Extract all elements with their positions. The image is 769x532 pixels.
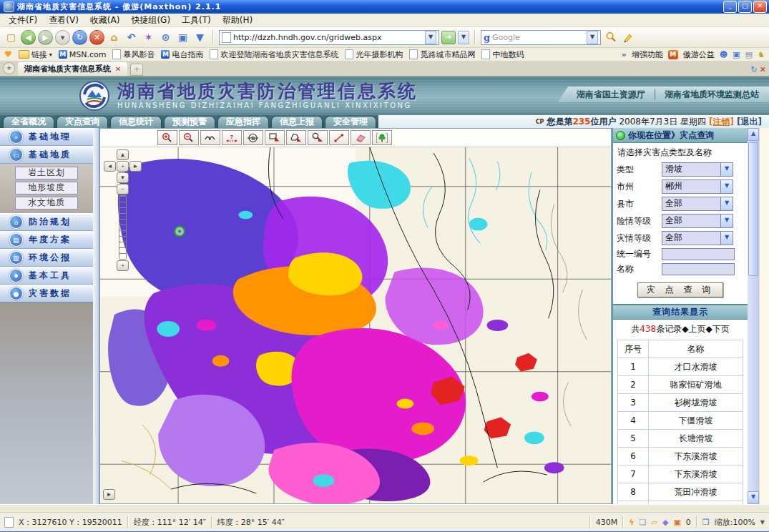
zoom-level[interactable]: 缩放:100% (715, 517, 755, 528)
identify-icon[interactable] (308, 130, 328, 145)
zoom-in-icon[interactable] (157, 130, 177, 145)
maxthon-charity-link[interactable]: 傲游公益 (683, 49, 715, 60)
menu-item[interactable]: 快捷组(G) (125, 14, 176, 26)
refresh-all-icon[interactable]: ↻ (751, 65, 758, 74)
forward-icon[interactable]: ▶ (38, 30, 53, 45)
clear-icon[interactable] (372, 130, 392, 145)
sidebar-subitem-岩土区划[interactable]: 岩土区划 (15, 167, 78, 179)
row-name[interactable]: 下东溪滑坡 (649, 448, 743, 466)
sidebar-item-基础地质[interactable]: ▭基础地质 (0, 146, 93, 164)
nav-tab-应急指挥[interactable]: 应急指挥 (217, 116, 269, 129)
user-icon[interactable]: ☻ (720, 50, 728, 59)
go-dropdown-icon[interactable]: ▼ (458, 31, 469, 44)
enhance-features-link[interactable]: 增强功能 (632, 49, 663, 60)
exit-link[interactable]: [退出] (737, 116, 762, 128)
history-icon[interactable]: ⊙ (158, 30, 173, 45)
row-name[interactable]: 长塘滑坡 (649, 430, 743, 448)
polygon-select-icon[interactable] (286, 130, 306, 145)
table-row[interactable]: 2骆家恒矿滑地 (618, 376, 743, 394)
link-item[interactable]: M电台指南 (161, 49, 203, 60)
row-name[interactable]: 衫树垅滑坡 (649, 394, 743, 412)
link-item[interactable]: 暴风影音 (112, 49, 155, 60)
sidebar-splitter[interactable] (93, 128, 99, 504)
sidebar-subitem-水文地质[interactable]: 水文地质 (15, 197, 78, 210)
zoom-in-slider-button[interactable]: + (117, 260, 129, 271)
star-icon[interactable]: ★ (3, 62, 15, 74)
table-row[interactable]: 8荒田冲滑坡 (618, 483, 743, 501)
sidebar-item-基础地理[interactable]: »基础地理 (0, 128, 93, 146)
link-land-resources[interactable]: 湖南省国土资源厅 (577, 89, 645, 101)
sidebar-item-基本工具[interactable]: ♦基本工具 (0, 267, 93, 285)
history-drop-icon[interactable]: ▾ (55, 30, 70, 45)
tab-close-icon[interactable]: ✕ (115, 65, 121, 73)
eagle-eye-icon[interactable] (200, 130, 220, 145)
sidebar-item-灾害数据[interactable]: ●灾害数据 (0, 285, 93, 302)
link-item[interactable]: 欢迎登陆湖南省地质灾害信息系统 (210, 49, 338, 60)
pan-center-button[interactable]: + (117, 161, 129, 172)
undo-icon[interactable]: ↶ (124, 30, 139, 45)
nav-tab-信息上报[interactable]: 信息上报 (271, 116, 323, 129)
pan-right-button[interactable]: ► (129, 161, 142, 172)
address-dropdown-icon[interactable]: ▼ (425, 31, 436, 44)
folder-status-icon[interactable]: ▱ (651, 518, 657, 527)
link-geo-monitor-station[interactable]: 湖南省地质环境监测总站 (665, 89, 759, 101)
sidebar-item-年度方案[interactable]: ▤年度方案 (0, 231, 93, 249)
search-bar[interactable]: g Google ▼ (481, 30, 601, 45)
prev-page-link[interactable]: ◆上页 (682, 324, 705, 334)
table-row[interactable]: 3衫树垅滑坡 (618, 394, 743, 412)
search-input[interactable]: Google (492, 33, 584, 42)
search-icon[interactable] (603, 30, 618, 45)
link-item[interactable]: 中地数码 (481, 49, 524, 60)
row-name[interactable]: 黄花岭滑坡 (649, 501, 743, 505)
links-overflow-icon[interactable]: » (622, 50, 627, 59)
menu-item[interactable]: 查看(V) (43, 14, 84, 26)
scrollbar-track[interactable] (748, 141, 759, 491)
row-name[interactable]: 下东溪滑坡 (649, 466, 743, 483)
full-extent-icon[interactable]: S (243, 130, 263, 145)
map-canvas[interactable]: ▲ ◄ + ► ▼ − + ► (100, 147, 611, 503)
refresh-icon[interactable]: ↻ (72, 30, 87, 45)
table-row[interactable]: 9黄花岭滑坡 (618, 501, 743, 505)
rect-select-icon[interactable] (265, 130, 285, 145)
link-item[interactable]: MMSN.com (59, 50, 107, 59)
close-all-icon[interactable]: ✕ (760, 65, 766, 74)
search-engine-dropdown-icon[interactable]: ▼ (587, 31, 598, 44)
table-row[interactable]: 1才口水滑坡 (618, 358, 743, 376)
row-name[interactable]: 骆家恒矿滑地 (649, 376, 743, 394)
notes-icon[interactable]: ▤ (745, 50, 753, 59)
select-类型[interactable]: 滑坡▼ (662, 162, 733, 177)
capture-icon[interactable]: ▣ (673, 518, 680, 527)
next-page-link[interactable]: ◆下页 (705, 324, 729, 334)
scrollbar-thumb[interactable] (748, 142, 758, 276)
eraser-icon[interactable] (351, 130, 371, 145)
nav-tab-安全管理[interactable]: 安全管理 (325, 116, 376, 129)
chevron-down-icon[interactable]: ▼ (720, 163, 733, 176)
sidebar-item-防治规划[interactable]: ⌂防治规划 (0, 213, 93, 231)
maxthon-shield-icon[interactable]: M (668, 50, 678, 59)
select-县市[interactable]: 全部▼ (662, 197, 733, 211)
input-统一编号[interactable] (662, 248, 735, 260)
link-item[interactable]: 觅路城市精品网 (409, 49, 475, 60)
new-page-icon[interactable]: ▢ (4, 30, 19, 45)
links-folder[interactable]: 链接▾ (19, 49, 52, 60)
menu-item[interactable]: 文件(F) (3, 14, 43, 26)
nav-tab-全省概况[interactable]: 全省概况 (3, 116, 54, 129)
menu-item[interactable]: 收藏(A) (84, 14, 126, 26)
nav-tab-信息统计[interactable]: 信息统计 (110, 116, 162, 129)
window-icon[interactable]: ▣ (175, 30, 190, 45)
table-row[interactable]: 6下东溪滑坡 (618, 448, 743, 466)
windows-stack-icon[interactable]: ❏ (640, 518, 647, 527)
link-item[interactable]: 光年摄影机构 (345, 49, 403, 60)
sidebar-item-环境公报[interactable]: ▥环境公报 (0, 249, 93, 267)
zoom-window-icon[interactable]: ❐ (702, 518, 710, 527)
scroll-up-icon[interactable]: ▲ (748, 128, 759, 141)
scroll-down-icon[interactable]: ▼ (748, 491, 759, 504)
pan-right-bottom-button[interactable]: ► (103, 489, 115, 500)
select-灾情等级[interactable]: 全部▼ (662, 231, 733, 245)
disaster-query-button[interactable]: 灾 点 查 询 (637, 282, 723, 297)
plugin-icon[interactable]: ♞ (758, 50, 765, 59)
menu-item[interactable]: 帮助(H) (217, 14, 258, 26)
sidebar-subitem-地形坡度[interactable]: 地形坡度 (15, 182, 78, 194)
input-名称[interactable] (662, 263, 735, 275)
table-row[interactable]: 4下僵滑坡 (618, 412, 743, 430)
